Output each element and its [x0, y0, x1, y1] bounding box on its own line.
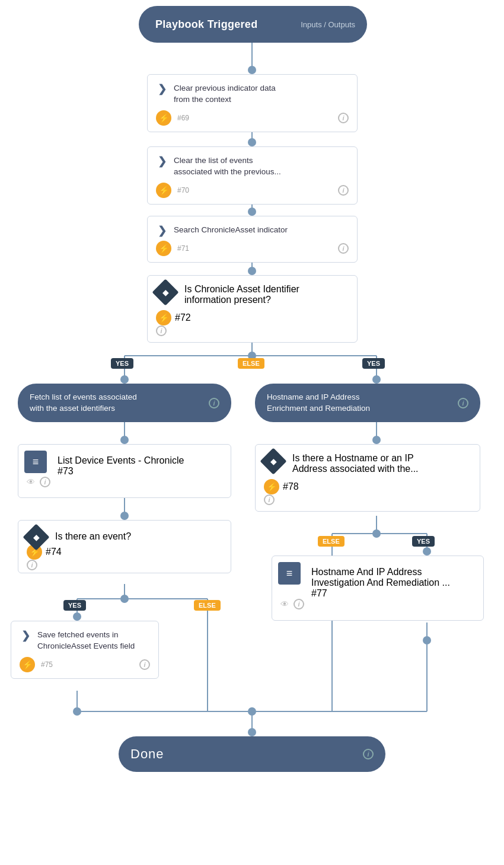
info-icon-75[interactable]: i	[139, 659, 150, 670]
info-icon-sub-left[interactable]: i	[209, 398, 219, 408]
info-icon-69[interactable]: i	[338, 113, 349, 123]
subplaybook-right[interactable]: Hostname and IP Address Enrichment and R…	[255, 384, 480, 422]
badge-yes-n78: YES	[412, 536, 435, 547]
badge-else-center: ELSE	[238, 358, 264, 369]
info-icon-73[interactable]: i	[40, 477, 50, 487]
subplaybook-left[interactable]: Fetch list of events associated with the…	[18, 384, 231, 422]
bolt-badge-70: ⚡	[156, 183, 171, 198]
svg-point-5	[248, 208, 256, 216]
script-icon-70: ❯	[156, 155, 168, 167]
svg-point-1	[248, 66, 256, 74]
svg-point-19	[372, 436, 381, 444]
node-74: ◆ Is there an event? ⚡ #74 i	[18, 520, 231, 573]
node-70-number: #70	[177, 186, 189, 194]
integration-icon-73: ≡	[24, 451, 47, 473]
info-icon-72[interactable]: i	[156, 325, 167, 336]
badge-yes-n74: YES	[63, 600, 86, 611]
node-74-title: Is there an event?	[55, 529, 222, 542]
subplaybook-right-title: Hostname and IP Address Enrichment and R…	[267, 392, 458, 413]
node-74-number: #74	[46, 547, 62, 557]
node-72: ◆ Is Chronicle Asset Identifier informat…	[147, 275, 358, 343]
node-78-number: #78	[283, 481, 299, 492]
node-77-number: #77	[311, 588, 327, 598]
info-icon-71[interactable]: i	[338, 243, 349, 254]
node-77: ≡ Hostname And IP Address Investigation …	[272, 556, 484, 621]
svg-point-7	[248, 267, 256, 275]
eye-icon-77[interactable]: 👁	[280, 599, 289, 609]
bolt-badge-71: ⚡	[156, 241, 171, 256]
svg-point-47	[248, 728, 256, 736]
badge-else-n74: ELSE	[194, 600, 221, 611]
eye-icon-73[interactable]: 👁	[27, 477, 35, 487]
bolt-badge-75: ⚡	[20, 657, 35, 672]
info-icon-done[interactable]: i	[363, 749, 374, 759]
trigger-node[interactable]: Playbook Triggered Inputs / Outputs	[139, 6, 367, 43]
node-73: ≡ List Device Events - Chronicle #73 👁 i	[18, 444, 231, 498]
node-78-title: Is there a Hostname or an IP Address ass…	[292, 453, 471, 474]
node-78: ◆ Is there a Hostname or an IP Address a…	[255, 444, 480, 512]
node-69-number: #69	[177, 114, 189, 122]
node-71: ❯ Search ChronicleAsset indicator ⚡ #71 …	[147, 216, 358, 263]
svg-point-29	[120, 595, 129, 603]
bolt-badge-72: ⚡	[156, 310, 171, 325]
node-73-title: List Device Events - Chronicle	[58, 453, 222, 466]
badge-else-n78: ELSE	[318, 536, 344, 547]
info-icon-77[interactable]: i	[294, 599, 304, 609]
info-icon-74[interactable]: i	[27, 560, 37, 570]
svg-point-35	[423, 636, 431, 644]
node-75: ❯ Save fetched events in ChronicleAsset …	[11, 621, 159, 679]
node-69-title: Clear previous indicator data from the c…	[174, 83, 349, 106]
node-73-number: #73	[58, 466, 74, 476]
script-icon-69: ❯	[156, 83, 168, 95]
node-70: ❯ Clear the list of events associated wi…	[147, 146, 358, 205]
svg-point-23	[372, 529, 381, 538]
done-title: Done	[130, 746, 164, 762]
integration-icon-77: ≡	[278, 562, 301, 585]
node-75-number: #75	[41, 660, 53, 669]
node-72-number: #72	[175, 312, 191, 323]
svg-point-21	[120, 512, 129, 520]
node-72-title: Is Chronicle Asset Identifier informatio…	[184, 284, 349, 305]
diamond-icon-72: ◆	[152, 279, 178, 305]
node-71-title: Search ChronicleAsset indicator	[174, 225, 349, 236]
io-link[interactable]: Inputs / Outputs	[301, 20, 355, 29]
bolt-badge-78: ⚡	[264, 479, 279, 494]
done-node[interactable]: Done i	[119, 736, 385, 772]
svg-point-26	[423, 547, 431, 556]
script-icon-75: ❯	[20, 630, 31, 641]
node-77-title: Hostname And IP Address Investigation An…	[311, 564, 475, 588]
svg-point-17	[120, 436, 129, 444]
svg-point-45	[248, 707, 256, 716]
svg-point-3	[248, 138, 256, 146]
svg-point-12	[120, 375, 129, 384]
trigger-title: Playbook Triggered	[155, 18, 257, 31]
info-icon-78[interactable]: i	[264, 494, 275, 505]
node-71-number: #71	[177, 244, 189, 253]
info-icon-sub-right[interactable]: i	[458, 398, 468, 408]
svg-point-37	[73, 707, 81, 716]
subplaybook-left-title: Fetch list of events associated with the…	[30, 392, 209, 413]
bolt-badge-69: ⚡	[156, 110, 171, 126]
diamond-icon-78: ◆	[260, 448, 286, 474]
svg-point-15	[372, 375, 381, 384]
node-70-title: Clear the list of events associated with…	[174, 155, 349, 178]
node-69: ❯ Clear previous indicator data from the…	[147, 74, 358, 132]
node-75-title: Save fetched events in ChronicleAsset Ev…	[37, 630, 150, 652]
svg-point-32	[73, 612, 81, 621]
script-icon-71: ❯	[156, 225, 168, 237]
info-icon-70[interactable]: i	[338, 185, 349, 196]
badge-yes-right: YES	[362, 358, 385, 369]
badge-yes-left: YES	[111, 358, 133, 369]
